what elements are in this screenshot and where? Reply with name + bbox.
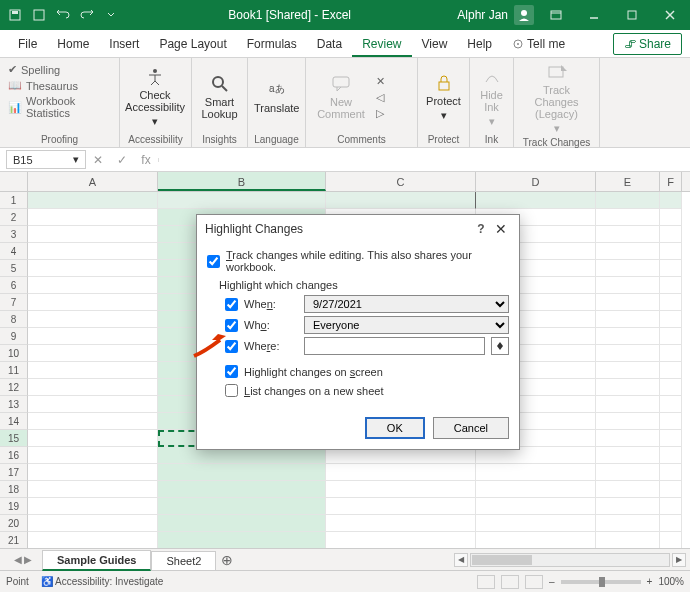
- cell[interactable]: [28, 226, 158, 243]
- tell-me[interactable]: Tell me: [502, 31, 575, 57]
- qat-dropdown-icon[interactable]: [100, 4, 122, 26]
- cell[interactable]: [326, 464, 476, 481]
- range-selector-button[interactable]: [491, 337, 509, 355]
- row-header[interactable]: 9: [0, 328, 28, 345]
- thesaurus-button[interactable]: 📖Thesaurus: [6, 78, 113, 93]
- sheet-tab-sample-guides[interactable]: Sample Guides: [42, 550, 151, 571]
- cell[interactable]: [596, 294, 660, 311]
- col-header[interactable]: A: [28, 172, 158, 191]
- who-checkbox[interactable]: [225, 319, 238, 332]
- cell[interactable]: [596, 413, 660, 430]
- row-header[interactable]: 17: [0, 464, 28, 481]
- cell[interactable]: [660, 345, 682, 362]
- cell[interactable]: [596, 226, 660, 243]
- col-header[interactable]: C: [326, 172, 476, 191]
- cell[interactable]: [28, 362, 158, 379]
- cell[interactable]: [158, 532, 326, 548]
- cell[interactable]: [660, 515, 682, 532]
- row-header[interactable]: 6: [0, 277, 28, 294]
- cell[interactable]: [596, 345, 660, 362]
- tab-nav[interactable]: ◀▶: [4, 554, 42, 565]
- row-header[interactable]: 18: [0, 481, 28, 498]
- row-header[interactable]: 7: [0, 294, 28, 311]
- cell[interactable]: [660, 447, 682, 464]
- row-header[interactable]: 19: [0, 498, 28, 515]
- horizontal-scrollbar[interactable]: [470, 553, 670, 567]
- zoom-level[interactable]: 100%: [658, 576, 684, 587]
- tab-review[interactable]: Review: [352, 31, 411, 57]
- row-header[interactable]: 8: [0, 311, 28, 328]
- row-header[interactable]: 21: [0, 532, 28, 548]
- cell[interactable]: [326, 481, 476, 498]
- dialog-close-button[interactable]: ✕: [491, 221, 511, 237]
- add-sheet-button[interactable]: ⊕: [216, 552, 238, 568]
- cell[interactable]: [596, 379, 660, 396]
- tab-help[interactable]: Help: [457, 31, 502, 57]
- cell[interactable]: [596, 515, 660, 532]
- row-header[interactable]: 4: [0, 243, 28, 260]
- cell[interactable]: [28, 209, 158, 226]
- cell[interactable]: [476, 498, 596, 515]
- col-header[interactable]: B: [158, 172, 326, 191]
- translate-button[interactable]: aあ Translate: [254, 62, 299, 132]
- cell[interactable]: [660, 464, 682, 481]
- row-header[interactable]: 2: [0, 209, 28, 226]
- cell[interactable]: [158, 515, 326, 532]
- row-header[interactable]: 15: [0, 430, 28, 447]
- scroll-right-button[interactable]: ▶: [672, 553, 686, 567]
- row-header[interactable]: 3: [0, 226, 28, 243]
- dialog-help-button[interactable]: ?: [471, 222, 491, 236]
- cell[interactable]: [28, 447, 158, 464]
- cell[interactable]: [476, 532, 596, 548]
- smart-lookup-button[interactable]: Smart Lookup: [198, 62, 241, 132]
- who-select[interactable]: Everyone: [304, 316, 509, 334]
- cell[interactable]: [28, 532, 158, 548]
- tab-page-layout[interactable]: Page Layout: [149, 31, 236, 57]
- cell[interactable]: [596, 396, 660, 413]
- workbook-stats-button[interactable]: 📊Workbook Statistics: [6, 94, 113, 120]
- row-header[interactable]: 5: [0, 260, 28, 277]
- list-newsheet-checkbox[interactable]: [225, 384, 238, 397]
- track-changes-checkbox[interactable]: [207, 255, 220, 268]
- cell[interactable]: [660, 413, 682, 430]
- cell[interactable]: [596, 498, 660, 515]
- zoom-slider[interactable]: [561, 580, 641, 584]
- where-checkbox[interactable]: [225, 340, 238, 353]
- cell[interactable]: [596, 464, 660, 481]
- minimize-icon[interactable]: [578, 1, 610, 29]
- close-icon[interactable]: [654, 1, 686, 29]
- cell[interactable]: [660, 277, 682, 294]
- cell[interactable]: [158, 464, 326, 481]
- zoom-in-button[interactable]: +: [647, 576, 653, 587]
- cell[interactable]: [660, 311, 682, 328]
- sheet-tab-sheet2[interactable]: Sheet2: [151, 551, 216, 570]
- cell[interactable]: [326, 498, 476, 515]
- formula-bar[interactable]: [158, 158, 690, 162]
- cell[interactable]: [596, 362, 660, 379]
- cell[interactable]: [596, 430, 660, 447]
- zoom-out-button[interactable]: –: [549, 576, 555, 587]
- redo-icon[interactable]: [76, 4, 98, 26]
- cell[interactable]: [28, 328, 158, 345]
- row-header[interactable]: 1: [0, 192, 28, 209]
- cell[interactable]: [660, 243, 682, 260]
- tab-formulas[interactable]: Formulas: [237, 31, 307, 57]
- cell[interactable]: [158, 481, 326, 498]
- maximize-icon[interactable]: [616, 1, 648, 29]
- cell[interactable]: [158, 192, 326, 209]
- cell[interactable]: [326, 192, 476, 209]
- cell[interactable]: [476, 464, 596, 481]
- tab-file[interactable]: File: [8, 31, 47, 57]
- cell[interactable]: [596, 209, 660, 226]
- fx-icon[interactable]: fx: [134, 153, 158, 167]
- tab-insert[interactable]: Insert: [99, 31, 149, 57]
- row-header[interactable]: 13: [0, 396, 28, 413]
- when-checkbox[interactable]: [225, 298, 238, 311]
- undo-icon[interactable]: [52, 4, 74, 26]
- cell[interactable]: [158, 498, 326, 515]
- autosave-icon[interactable]: [4, 4, 26, 26]
- user-avatar-icon[interactable]: [514, 5, 534, 25]
- cell[interactable]: [28, 464, 158, 481]
- cell[interactable]: [28, 430, 158, 447]
- cell[interactable]: [660, 362, 682, 379]
